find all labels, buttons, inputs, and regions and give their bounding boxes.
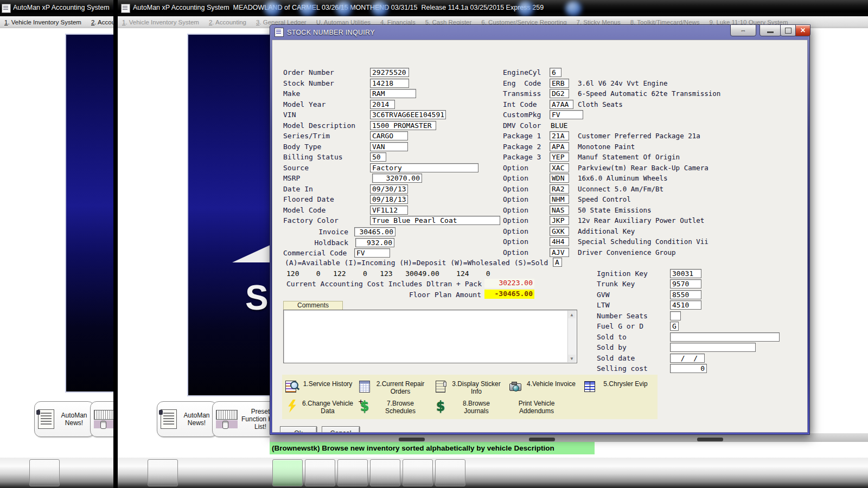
field-input-commercial-code[interactable]: FV <box>354 248 390 258</box>
field-input-package-2[interactable]: APA <box>550 142 569 151</box>
field-input-sold-date[interactable]: / / <box>670 354 705 363</box>
cancel-button[interactable]: Cancel <box>322 426 360 433</box>
ledger-icon-part <box>584 381 595 392</box>
field-input-option-nas[interactable]: NAS <box>550 206 569 215</box>
taskbar-app-button-folder-explorer[interactable] <box>29 459 60 486</box>
field-label-sold-by: Sold by <box>597 343 627 351</box>
taskbar-app-button-remote-desktop[interactable] <box>403 459 433 486</box>
field-input-number-seats[interactable] <box>670 311 681 320</box>
toolbar-button-5-chrysler-evip[interactable]: 5.Chrysler Evip <box>583 380 652 393</box>
left-window-titlebar[interactable]: AutoMan xP Accounting System MEA <box>0 0 113 16</box>
field-input-stock-number[interactable]: 14218 <box>370 79 409 88</box>
field-input-sold-to[interactable] <box>670 332 780 342</box>
field-input-sold-by[interactable] <box>670 343 756 352</box>
toolbar-button-8-browse-journals[interactable]: $8.Browse Journals <box>434 400 503 415</box>
field-label-trunk-key: Trunk Key <box>597 280 635 288</box>
field-input-model-description[interactable]: 1500 PROMASTER <box>370 121 436 130</box>
close-button[interactable]: ✕ <box>795 24 810 36</box>
field-input-option-nhm[interactable]: NHM <box>550 195 569 204</box>
field-input-billing-status[interactable]: 50 <box>370 152 386 162</box>
splash-letter-s: S <box>245 278 269 318</box>
field-input-option-xac[interactable]: XAC <box>550 163 569 172</box>
field-input-eng-code[interactable]: ERB <box>550 79 569 88</box>
field-input-model-year[interactable]: 2014 <box>370 100 395 109</box>
left-window-client: AutoMan News! Preset Function Key List! <box>0 28 113 457</box>
field-input-invoice[interactable]: 30465.00 <box>354 227 395 236</box>
toolbar-button-1-service-history[interactable]: 1.Service History <box>285 380 354 393</box>
field-input-source[interactable]: Factory <box>370 163 478 172</box>
keyboard-icon <box>216 410 238 428</box>
field-input-option-ajv[interactable]: AJV <box>550 248 569 257</box>
field-input-make[interactable]: RAM <box>370 89 416 98</box>
field-input-factory-color[interactable]: True Blue Pearl Coat <box>370 216 500 225</box>
taskbar-app-button-teamviewer[interactable] <box>305 459 335 486</box>
field-input-order-number[interactable]: 29275520 <box>370 68 409 77</box>
app-icon <box>2 4 11 13</box>
taskbar-app-button-folder-explorer[interactable] <box>148 459 178 486</box>
accounting-cost-label: Current Accounting Cost Includes Dltran … <box>286 280 482 288</box>
comments-textarea[interactable]: ▲ ▼ <box>283 310 577 363</box>
toolbar-button-3-display-sticker-info[interactable]: 3.Display Sticker Info <box>434 380 503 395</box>
toolbar-button-2-current-repair-orders[interactable]: 2.Current Repair Orders <box>358 380 427 395</box>
field-input-date-in[interactable]: 09/30/13 <box>370 184 408 194</box>
field-input-model-code[interactable]: VF1L12 <box>370 206 408 215</box>
field-input-vin[interactable]: 3C6TRVAG6EE104591 <box>370 110 446 119</box>
swap-monitors-button[interactable]: ⇔ <box>730 24 756 36</box>
availability-status-input[interactable]: A <box>553 258 562 267</box>
menu-item-2-accounting[interactable]: 2. Accounting <box>91 19 113 25</box>
comments-scrollbar[interactable]: ▲ ▼ <box>567 311 576 362</box>
automan-news-button[interactable]: AutoMan News! <box>157 401 217 437</box>
ok-button[interactable]: Ok <box>280 426 317 433</box>
taskbar-app-button-print-app[interactable] <box>337 459 368 486</box>
field-input-ltw[interactable]: 4510 <box>670 300 701 310</box>
field-input-option-jkp[interactable]: JKP <box>550 216 569 225</box>
toolbar-button-6-change-vehicle-data[interactable]: 6.Change Vehicle Data <box>285 400 354 415</box>
field-input-gvw[interactable]: 8550 <box>670 290 701 299</box>
taskbar-app-button-paint[interactable] <box>435 459 465 486</box>
toolbar-button-print-vehicle-addendums[interactable]: Print Vehicle Addendums <box>510 400 563 415</box>
maximize-button[interactable] <box>780 24 796 36</box>
field-input-option-wdn[interactable]: WDN <box>550 174 569 183</box>
field-input-package-3[interactable]: YEP <box>550 152 569 162</box>
menu-item-1-vehicle-inventory-system[interactable]: 1. Vehicle Inventory System <box>4 19 81 25</box>
dollar-plus-icon: $+ <box>358 400 371 413</box>
taskbar-app-button-access-08[interactable] <box>370 459 400 486</box>
field-input-selling-cost[interactable]: 0 <box>670 364 707 373</box>
toolbar-button-7-browse-schedules[interactable]: $+7.Browse Schedules <box>358 400 427 415</box>
field-input-body-type[interactable]: VAN <box>370 142 408 151</box>
field-label-invoice: Invoice <box>283 228 348 236</box>
menu-item-2-accounting[interactable]: 2. Accounting <box>209 19 246 25</box>
strip-notch <box>529 438 555 441</box>
field-input-msrp[interactable]: 32070.00 <box>372 174 422 183</box>
scroll-icon <box>161 409 177 429</box>
main-window-titlebar[interactable]: AutoMan xP Accounting System MEADOWLAND … <box>118 0 868 16</box>
preset-keys-button[interactable]: Preset Function Key List! <box>90 401 113 437</box>
toolbar-button-4-vehicle-invoice[interactable]: 4.Vehicle Invoice <box>509 380 578 393</box>
field-input-trunk-key[interactable]: 9570 <box>670 279 701 288</box>
field-label-option-wdn: Option <box>503 174 528 182</box>
field-input-series-trim[interactable]: CARGO <box>370 131 408 140</box>
field-input-fuel-g-or-d[interactable]: G <box>670 322 679 331</box>
field-input-option-4h4[interactable]: 4H4 <box>550 237 569 246</box>
field-input-custompkg[interactable]: FV <box>550 110 583 119</box>
field-label-model-code: Model Code <box>283 206 326 214</box>
field-input-package-1[interactable]: 21A <box>550 131 569 140</box>
camera-icon <box>509 380 522 393</box>
scroll-down-icon[interactable]: ▼ <box>568 355 576 362</box>
field-input-enginecyl[interactable]: 6 <box>550 68 561 77</box>
taskbar-app-button-automan-app[interactable] <box>272 459 303 486</box>
field-input-ignition-key[interactable]: 30031 <box>670 269 701 278</box>
field-desc-eng-code: 3.6l V6 24v Vvt Engine <box>578 79 668 87</box>
field-input-int-code[interactable]: A7AA <box>550 100 573 109</box>
menu-item-1-vehicle-inventory-system[interactable]: 1. Vehicle Inventory System <box>122 19 199 25</box>
automan-news-button[interactable]: AutoMan News! <box>34 401 94 437</box>
field-input-option-gxk[interactable]: GXK <box>550 227 569 236</box>
field-input-transmiss[interactable]: DG2 <box>550 89 569 98</box>
field-input-holdback[interactable]: 932.00 <box>355 238 394 247</box>
minimize-button[interactable] <box>760 24 781 36</box>
scroll-up-icon[interactable]: ▲ <box>568 311 576 318</box>
field-label-holdback: Holdback <box>283 239 348 247</box>
field-input-option-ra2[interactable]: RA2 <box>550 184 569 194</box>
field-input-floored-date[interactable]: 09/18/13 <box>370 195 408 204</box>
dialog-titlebar[interactable]: STOCK NUMBER INQUIRY <box>275 28 375 37</box>
